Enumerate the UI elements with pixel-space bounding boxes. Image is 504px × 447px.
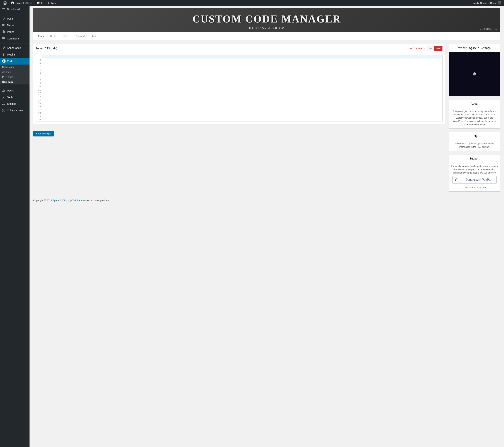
line-content[interactable] <box>42 98 442 102</box>
new-label: New <box>51 2 56 4</box>
tabs: MainUsageF.A.Q.SupportStore <box>33 32 500 40</box>
weare-title: We are «Space X-Chimp» <box>449 44 500 52</box>
editor-line[interactable]: 7 <box>36 75 442 78</box>
editor-line[interactable]: 2 <box>36 58 442 62</box>
footer-link-here[interactable]: here <box>77 199 82 202</box>
tab-main[interactable]: Main <box>35 32 47 40</box>
line-content[interactable] <box>42 102 442 105</box>
menu-item-plugins[interactable]: Plugins <box>0 51 30 58</box>
menu-item-dashboard[interactable]: Dashboard <box>0 6 30 13</box>
editor-line[interactable]: 18 <box>36 112 442 115</box>
not-saved-label: NOT SAVED! <box>410 47 425 50</box>
menu-item-posts[interactable]: Posts <box>0 15 30 22</box>
editor-line[interactable]: 6 <box>36 72 442 75</box>
editor-line[interactable]: 10 <box>36 85 442 88</box>
site-name-link[interactable]: Space X-Chimp <box>9 0 34 6</box>
editor-line[interactable]: 5 <box>36 69 442 72</box>
toggle-on-button[interactable]: ON <box>427 46 434 51</box>
line-number: 1 <box>36 55 42 58</box>
support-title: Support <box>449 155 500 162</box>
editor-line[interactable]: 8 <box>36 78 442 82</box>
line-number: 6 <box>36 72 42 75</box>
menu-label: Plugins <box>7 53 16 56</box>
line-content[interactable] <box>42 118 442 121</box>
footer-link-author[interactable]: Space X-Chimp <box>53 199 69 202</box>
line-content[interactable] <box>42 69 442 72</box>
svg-point-2 <box>4 90 5 91</box>
editor-line[interactable]: 20 <box>36 118 442 121</box>
editor-line[interactable]: 14 <box>36 98 442 102</box>
submenu-item-css-code[interactable]: CSS code <box>0 80 30 85</box>
line-content[interactable] <box>42 65 442 69</box>
line-content[interactable] <box>42 112 442 115</box>
new-link[interactable]: New <box>45 0 57 6</box>
line-content[interactable] <box>42 85 442 88</box>
donate-button[interactable]: P Donate with PayPal <box>452 176 497 184</box>
menu-label: Pages <box>7 30 14 33</box>
comments-count: 0 <box>41 2 42 4</box>
line-content[interactable] <box>42 62 442 65</box>
tab-support[interactable]: Support <box>73 32 88 40</box>
line-content[interactable] <box>42 72 442 75</box>
svg-point-3 <box>2 109 5 112</box>
editor-line[interactable]: 17 <box>36 108 442 112</box>
enable-toggle[interactable]: ON OFF <box>427 46 443 51</box>
editor-line[interactable]: 12 <box>36 92 442 95</box>
menu-item-comments[interactable]: Comments <box>0 35 30 42</box>
editor-line[interactable]: 9 <box>36 82 442 85</box>
line-content[interactable] <box>42 92 442 95</box>
styles-panel-title: Styles (CSS code) <box>36 47 57 50</box>
editor-line[interactable]: 3 <box>36 62 442 65</box>
comments-link[interactable]: 0 <box>35 0 44 6</box>
menu-item-collapse-menu[interactable]: Collapse menu <box>0 107 30 114</box>
line-content[interactable] <box>42 55 442 58</box>
submenu-item-html-code[interactable]: HTML code <box>0 65 30 69</box>
submenu-item-js-code[interactable]: JS code <box>0 69 30 74</box>
save-changes-button[interactable]: Save changes <box>33 131 54 137</box>
menu-item-tools[interactable]: Tools <box>0 94 30 101</box>
submenu: HTML codeJS codePHP codeCSS code <box>0 65 30 85</box>
line-content[interactable] <box>42 108 442 112</box>
line-content[interactable] <box>42 105 442 108</box>
line-number: 18 <box>36 112 42 115</box>
line-content[interactable] <box>42 58 442 62</box>
line-content[interactable] <box>42 82 442 85</box>
menu-item-media[interactable]: Media <box>0 22 30 29</box>
menu-item-code[interactable]: Code <box>0 58 30 65</box>
tab-faq[interactable]: F.A.Q. <box>60 32 73 40</box>
line-content[interactable] <box>42 115 442 118</box>
menu-label: Code <box>7 60 13 63</box>
editor-line[interactable]: 16 <box>36 105 442 108</box>
account-link[interactable]: Howdy, Space X-Chimp <box>470 0 503 6</box>
help-title: Help <box>449 132 500 140</box>
editor-line[interactable]: 19 <box>36 115 442 118</box>
tab-usage[interactable]: Usage <box>47 32 60 40</box>
menu-item-appearance[interactable]: Appearance <box>0 45 30 51</box>
avatar <box>498 1 501 4</box>
tab-store[interactable]: Store <box>88 32 100 40</box>
line-content[interactable] <box>42 75 442 78</box>
toggle-off-button[interactable]: OFF <box>434 46 442 51</box>
editor-line[interactable]: 15 <box>36 102 442 105</box>
line-content[interactable] <box>42 78 442 82</box>
menu-item-settings[interactable]: Settings <box>0 101 30 107</box>
code-editor[interactable]: 1234567891011121314151617181920 <box>36 55 443 122</box>
menu-item-users[interactable]: Users <box>0 87 30 94</box>
comment-icon <box>36 1 40 5</box>
admin-bar-left: Space X-Chimp 0 New <box>1 0 57 6</box>
editor-line[interactable]: 11 <box>36 88 442 92</box>
wp-logo[interactable] <box>1 0 8 6</box>
menu-item-pages[interactable]: Pages <box>0 29 30 35</box>
editor-line[interactable]: 13 <box>36 95 442 98</box>
support-panel: Support Every little contribution helps … <box>449 155 500 192</box>
line-content[interactable] <box>42 88 442 92</box>
editor-line[interactable]: 1 <box>36 55 442 58</box>
submenu-item-php-code[interactable]: PHP code <box>0 74 30 80</box>
dashboard-icon <box>2 7 5 11</box>
svg-point-1 <box>2 89 4 90</box>
line-content[interactable] <box>42 95 442 98</box>
editor-line[interactable]: 4 <box>36 65 442 69</box>
howdy-text: Howdy, Space X-Chimp <box>472 2 497 4</box>
footer-middle: | Click <box>69 199 77 202</box>
admin-bar: Space X-Chimp 0 New Howdy, Space X-Chimp <box>0 0 504 6</box>
